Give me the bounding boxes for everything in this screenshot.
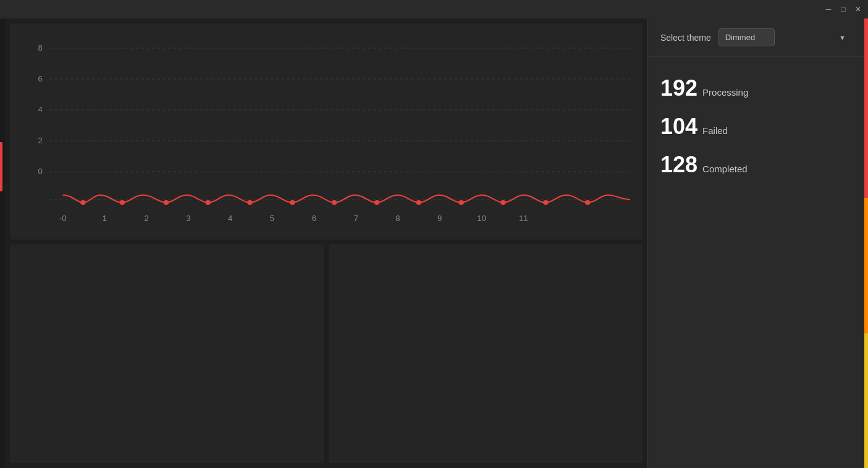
svg-text:3: 3 — [186, 215, 190, 223]
titlebar: ─ □ ✕ — [0, 0, 868, 19]
svg-point-13 — [164, 200, 169, 205]
svg-point-23 — [585, 200, 591, 205]
svg-point-18 — [374, 200, 380, 205]
svg-text:8: 8 — [395, 215, 400, 223]
completed-stat: 128 Completed — [660, 152, 852, 178]
completed-number: 128 — [660, 152, 697, 178]
svg-text:8: 8 — [38, 44, 42, 52]
minimize-button[interactable]: ─ — [824, 4, 833, 14]
close-button[interactable]: ✕ — [853, 4, 863, 14]
theme-label: Select theme — [660, 33, 711, 43]
svg-text:5: 5 — [270, 215, 274, 223]
processing-stat: 192 Processing — [660, 75, 852, 101]
svg-text:2: 2 — [145, 215, 149, 223]
svg-point-12 — [119, 200, 125, 205]
svg-point-11 — [80, 200, 86, 205]
main-container: 8 6 4 2 0 — [0, 19, 868, 468]
chart-panel: 8 6 4 2 0 — [10, 23, 643, 240]
right-accent-bar — [864, 19, 868, 468]
titlebar-controls: ─ □ ✕ — [824, 4, 863, 14]
completed-label: Completed — [702, 164, 748, 174]
svg-text:2: 2 — [38, 137, 42, 145]
svg-text:7: 7 — [353, 215, 358, 223]
bottom-panels — [10, 244, 643, 463]
svg-text:6: 6 — [38, 75, 42, 83]
svg-point-19 — [416, 200, 421, 205]
svg-text:-0: -0 — [59, 215, 67, 223]
svg-text:4: 4 — [228, 215, 232, 223]
svg-text:10: 10 — [477, 215, 486, 223]
svg-text:6: 6 — [312, 215, 316, 223]
processing-label: Processing — [702, 87, 748, 98]
left-sidebar — [0, 19, 5, 468]
theme-select-wrapper: Dimmed Dark Light ▼ — [718, 28, 852, 46]
failed-stat: 104 Failed — [660, 114, 852, 140]
svg-point-20 — [458, 200, 464, 205]
theme-select[interactable]: Dimmed Dark Light — [718, 28, 775, 46]
chart-svg: 8 6 4 2 0 — [22, 36, 630, 233]
svg-point-17 — [332, 200, 337, 205]
chart-area: 8 6 4 2 0 — [22, 36, 630, 233]
right-sidebar: Select theme Dimmed Dark Light ▼ 192 Pro… — [648, 19, 864, 468]
maximize-button[interactable]: □ — [838, 4, 848, 14]
svg-point-14 — [205, 200, 211, 205]
sidebar-accent — [0, 142, 2, 191]
content-area: 8 6 4 2 0 — [5, 19, 647, 468]
theme-selector-row: Select theme Dimmed Dark Light ▼ — [648, 19, 864, 57]
svg-point-15 — [247, 200, 253, 205]
failed-label: Failed — [702, 125, 728, 136]
chevron-down-icon: ▼ — [839, 34, 846, 41]
stats-area: 192 Processing 104 Failed 128 Completed — [648, 57, 864, 196]
svg-point-22 — [543, 200, 549, 205]
failed-number: 104 — [660, 114, 697, 140]
svg-text:9: 9 — [437, 215, 442, 223]
svg-text:0: 0 — [38, 168, 42, 176]
bottom-panel-left — [10, 244, 324, 463]
svg-text:4: 4 — [38, 106, 42, 114]
svg-point-16 — [290, 200, 295, 205]
svg-point-21 — [500, 200, 506, 205]
bottom-panel-right — [329, 244, 643, 463]
processing-number: 192 — [660, 75, 697, 101]
svg-text:11: 11 — [519, 215, 528, 223]
svg-text:1: 1 — [103, 215, 107, 223]
